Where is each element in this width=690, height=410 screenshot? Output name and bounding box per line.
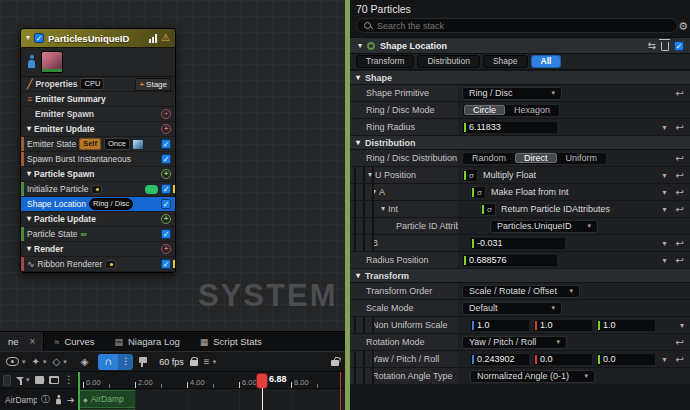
- add-stage-button[interactable]: +Stage: [135, 78, 171, 91]
- reset-icon[interactable]: ↩: [676, 238, 684, 249]
- value-options-caret-icon[interactable]: ▾: [663, 188, 667, 197]
- value-options-caret-icon[interactable]: ▾: [680, 321, 684, 330]
- track-row-header[interactable]: AirDamp ⓘ ➔: [0, 389, 77, 410]
- emitter-node[interactable]: ▾ ✓ ParticlesUniqueID ⚠ ╱ Properties CPU…: [20, 28, 176, 273]
- module-header-shape-location[interactable]: ▾ Shape Location ⇆ ✓: [350, 37, 690, 54]
- scale-x-input[interactable]: 1.0: [470, 319, 530, 332]
- camera-icon[interactable]: [35, 376, 45, 384]
- value-options-caret-icon[interactable]: ▾: [663, 355, 667, 364]
- node-row-properties[interactable]: ╱ Properties CPU +Stage: [21, 77, 175, 92]
- layers-icon[interactable]: ≡: [204, 357, 210, 367]
- chevron-down-icon[interactable]: ▾: [372, 188, 376, 196]
- add-module-icon[interactable]: +: [161, 109, 171, 119]
- option-uniform[interactable]: Uniform: [558, 153, 606, 163]
- reset-icon[interactable]: ↩: [676, 153, 684, 164]
- section-transform[interactable]: ▾ Transform: [350, 269, 690, 283]
- stats-icon[interactable]: [149, 34, 157, 43]
- warning-icon[interactable]: ⚠: [161, 33, 170, 43]
- reset-icon[interactable]: ↩: [676, 354, 684, 365]
- message-bubble-icon[interactable]: [145, 185, 158, 194]
- node-row-initialize-particle[interactable]: Initialize Particle ✓: [21, 182, 175, 197]
- module-enabled-checkbox[interactable]: ✓: [674, 41, 684, 51]
- chevron-down-icon[interactable]: ▾: [26, 376, 30, 384]
- node-row-particle-state[interactable]: Particle State ∞ ✓: [21, 227, 175, 242]
- keyframe-icon[interactable]: ◆: [83, 396, 88, 403]
- close-tab-icon[interactable]: ×: [30, 336, 36, 347]
- emitter-node-header[interactable]: ▾ ✓ ParticlesUniqueID ⚠: [21, 29, 175, 48]
- value-options-caret-icon[interactable]: ▾: [663, 123, 667, 132]
- node-row-spawn-burst[interactable]: Spawn Burst Instantaneous ✓: [21, 152, 175, 167]
- b-input[interactable]: -0.031: [470, 237, 566, 250]
- clip-start-marker[interactable]: [78, 372, 80, 410]
- fps-label[interactable]: 60 fps: [159, 357, 184, 367]
- node-row-shape-location[interactable]: Shape Location Ring / Disc ✓: [21, 197, 175, 212]
- add-renderer-icon[interactable]: +: [161, 244, 171, 254]
- section-shape[interactable]: ▾ Shape: [350, 71, 690, 85]
- option-circle[interactable]: Circle: [464, 105, 505, 115]
- goto-arrow-icon[interactable]: ➔: [67, 395, 75, 405]
- yaw-input[interactable]: 0.243902: [470, 353, 530, 366]
- distribution-mode-segmented[interactable]: Random Direct Uniform: [462, 152, 607, 165]
- timeline-end-marker[interactable]: [340, 372, 342, 410]
- node-row-ribbon-renderer[interactable]: ∿ Ribbon Renderer ✓: [21, 257, 175, 272]
- u-position-dynamic-input[interactable]: σ Multiply Float: [462, 169, 536, 182]
- value-options-caret-icon[interactable]: ▾: [663, 171, 667, 180]
- chevron-down-icon[interactable]: ▾: [368, 171, 372, 179]
- chevron-down-icon[interactable]: ▾: [27, 215, 31, 223]
- particle-id-attribute-dropdown[interactable]: Particles.UniqueID ▾: [490, 220, 598, 233]
- option-direct[interactable]: Direct: [515, 153, 557, 163]
- reset-icon[interactable]: ↩: [676, 122, 684, 133]
- search-box-stub[interactable]: [3, 375, 11, 386]
- module-enabled-checkbox[interactable]: ✓: [161, 154, 171, 164]
- roll-input[interactable]: 0.0: [596, 353, 656, 366]
- chevron-down-icon[interactable]: ▾: [43, 358, 47, 366]
- node-row-emitter-summary[interactable]: ≡ Emitter Summary: [21, 92, 175, 107]
- stack-search-bar[interactable]: ⚙: [356, 18, 678, 33]
- node-row-emitter-state[interactable]: Emitter State Self Once ✓: [21, 137, 175, 152]
- gear-icon[interactable]: ⚙: [678, 20, 688, 33]
- node-row-particle-spawn[interactable]: ▾ Particle Spawn +: [21, 167, 175, 182]
- track-lane[interactable]: ◆ AirDamp: [78, 390, 345, 410]
- auto-key-icon[interactable]: ◈: [81, 357, 89, 367]
- track-name[interactable]: AirDamp: [5, 395, 37, 405]
- lock-icon[interactable]: [190, 360, 198, 366]
- node-row-particle-update[interactable]: ▾ Particle Update +: [21, 212, 175, 227]
- airdamp-clip[interactable]: ◆ AirDamp: [80, 390, 135, 408]
- int-dynamic-input[interactable]: σ Return Particle IDAttributes: [480, 203, 610, 216]
- filter-funnel-icon[interactable]: [16, 376, 24, 385]
- reset-icon[interactable]: ↩: [676, 170, 684, 181]
- chevron-down-icon[interactable]: ▾: [27, 245, 31, 253]
- a-dynamic-input[interactable]: σ Make Float from Int: [470, 186, 569, 199]
- rotation-angle-type-dropdown[interactable]: Normalized Angle (0-1) ▾: [470, 370, 595, 383]
- radius-position-input[interactable]: 0.688576: [462, 254, 558, 267]
- module-enabled-checkbox[interactable]: ✓: [161, 139, 171, 149]
- tab-niagara-log[interactable]: ▤ Niagara Log: [104, 332, 189, 351]
- filter-all[interactable]: All: [531, 55, 562, 68]
- info-icon[interactable]: ⓘ: [41, 393, 50, 406]
- node-row-emitter-update[interactable]: ▾ Emitter Update +: [21, 122, 175, 137]
- visibility-icon[interactable]: [6, 357, 19, 366]
- marker-icon[interactable]: [139, 357, 149, 367]
- chevron-down-icon[interactable]: ▾: [381, 205, 385, 213]
- timeline-track-area[interactable]: 0.00 2.00 4.00 6.00 8.00 ◆ Air: [78, 372, 345, 410]
- playhead-handle[interactable]: [256, 373, 268, 389]
- module-enabled-checkbox[interactable]: ✓: [161, 184, 171, 194]
- shape-primitive-dropdown[interactable]: Ring / Disc ▾: [462, 87, 562, 100]
- module-enabled-checkbox[interactable]: ✓: [161, 199, 171, 209]
- snapping-toggle[interactable]: ∩ ⋮: [98, 354, 133, 370]
- section-distribution[interactable]: ▾ Distribution: [350, 136, 690, 150]
- node-row-emitter-spawn[interactable]: Emitter Spawn +: [21, 107, 175, 122]
- module-enabled-checkbox[interactable]: ✓: [161, 259, 171, 269]
- chevron-down-icon[interactable]: ▾: [358, 42, 362, 50]
- reset-icon[interactable]: ↩: [676, 255, 684, 266]
- collapse-chevron-icon[interactable]: ▾: [26, 34, 30, 42]
- scale-y-input[interactable]: 1.0: [533, 319, 593, 332]
- chevron-down-icon[interactable]: ▾: [22, 358, 26, 366]
- tab-curves[interactable]: ≈ Curves: [44, 332, 104, 351]
- delete-icon[interactable]: [661, 42, 669, 51]
- chevron-down-icon[interactable]: ▾: [213, 358, 217, 366]
- reset-icon[interactable]: ↩: [676, 88, 684, 99]
- material-thumbnail[interactable]: [41, 51, 63, 73]
- filter-transform[interactable]: Transform: [356, 55, 414, 68]
- effects-icon[interactable]: ✦: [32, 357, 40, 367]
